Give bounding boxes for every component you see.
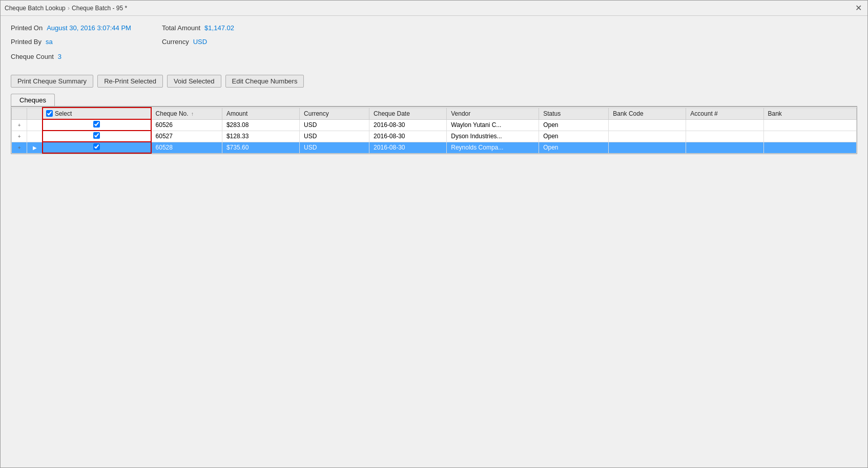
amount-col-header[interactable]: Amount	[222, 108, 299, 119]
status-col-header[interactable]: Status	[539, 108, 609, 119]
breadcrumb-separator: ›	[68, 4, 70, 12]
printed-on-row: Printed On August 30, 2016 3:07:44 PM	[11, 24, 131, 32]
cheques-table-container: Select Cheque No. ↑ Amount Currency Cheq…	[11, 107, 857, 154]
total-amount-value: $1,147.02	[204, 24, 234, 32]
print-cheque-summary-button[interactable]: Print Cheque Summary	[11, 75, 93, 88]
cheques-table: Select Cheque No. ↑ Amount Currency Cheq…	[11, 107, 857, 154]
chequedate-cell: 2016-08-30	[369, 131, 447, 142]
accounthash-cell	[686, 131, 763, 142]
content-area: Printed On August 30, 2016 3:07:44 PM Pr…	[1, 16, 867, 162]
printed-on-value: August 30, 2016 3:07:44 PM	[47, 24, 131, 32]
select-all-checkbox[interactable]	[46, 110, 53, 117]
left-info-col: Printed On August 30, 2016 3:07:44 PM Pr…	[11, 24, 131, 63]
close-button[interactable]: ✕	[853, 3, 863, 13]
vendor-col-header[interactable]: Vendor	[447, 108, 539, 119]
total-amount-label: Total Amount	[162, 24, 200, 32]
info-columns: Printed On August 30, 2016 3:07:44 PM Pr…	[11, 24, 857, 63]
printed-by-label: Printed By	[11, 38, 42, 46]
expand-cell[interactable]: +	[12, 142, 27, 153]
chequedate-cell: 2016-08-30	[369, 119, 447, 131]
vendor-cell: Reynolds Compa...	[447, 142, 539, 153]
table-row[interactable]: +60526$283.08USD2016-08-30Waylon Yutani …	[12, 119, 857, 131]
chequeno-cell: 60527	[151, 131, 222, 142]
cheque-count-value: 3	[58, 53, 61, 60]
row-arrow-cell	[27, 119, 43, 131]
chequedate-col-header[interactable]: Cheque Date	[369, 108, 447, 119]
accounthash-col-header[interactable]: Account #	[686, 108, 763, 119]
bank-col-header[interactable]: Bank	[763, 108, 857, 119]
title-current: Cheque Batch - 95 *	[72, 5, 127, 12]
row-checkbox-cell[interactable]	[43, 131, 151, 142]
row-checkbox-cell[interactable]	[43, 142, 151, 153]
arrow-col-header	[27, 108, 43, 119]
chequeno-cell: 60528	[151, 142, 222, 153]
row-checkbox-cell[interactable]	[43, 119, 151, 131]
tab-bar: Cheques	[11, 94, 857, 107]
chequeno-cell: 60526	[151, 119, 222, 131]
bank-cell	[763, 131, 857, 142]
select-col-header: Select	[43, 108, 151, 119]
amount-cell: $128.33	[222, 131, 299, 142]
void-selected-button[interactable]: Void Selected	[167, 75, 221, 88]
currency-cell: USD	[300, 142, 369, 153]
cheque-count-label: Cheque Count	[11, 53, 54, 60]
bankcode-cell	[609, 142, 686, 153]
bank-cell	[763, 142, 857, 153]
amount-cell: $735.60	[222, 142, 299, 153]
table-header-row: Select Cheque No. ↑ Amount Currency Cheq…	[12, 108, 857, 119]
row-checkbox[interactable]	[93, 121, 100, 127]
currency-label: Currency	[162, 38, 189, 46]
total-amount-row: Total Amount $1,147.02	[162, 24, 234, 32]
action-buttons: Print Cheque Summary Re-Print Selected V…	[11, 75, 857, 88]
row-checkbox[interactable]	[93, 132, 100, 139]
bank-cell	[763, 119, 857, 131]
vendor-cell: Waylon Yutani C...	[447, 119, 539, 131]
bankcode-col-header[interactable]: Bank Code	[609, 108, 686, 119]
printed-by-row: Printed By sa	[11, 38, 131, 46]
vendor-cell: Dyson Industries...	[447, 131, 539, 142]
cheque-count-row: Cheque Count 3	[11, 53, 131, 60]
currency-row: Currency USD	[162, 38, 234, 46]
currency-value: USD	[193, 38, 207, 46]
printed-by-value: sa	[46, 38, 53, 46]
row-arrow-cell: ▶	[27, 142, 43, 153]
table-row[interactable]: +60527$128.33USD2016-08-30Dyson Industri…	[12, 131, 857, 142]
accounthash-cell	[686, 142, 763, 153]
right-info-col: Total Amount $1,147.02 Currency USD	[162, 24, 234, 63]
reprint-selected-button[interactable]: Re-Print Selected	[97, 75, 163, 88]
row-checkbox[interactable]	[93, 143, 100, 150]
status-cell: Open	[539, 131, 609, 142]
sort-icon: ↑	[191, 111, 194, 117]
header-info: Printed On August 30, 2016 3:07:44 PM Pr…	[11, 24, 857, 67]
status-cell: Open	[539, 119, 609, 131]
currency-col-header[interactable]: Currency	[300, 108, 369, 119]
tab-cheques[interactable]: Cheques	[11, 94, 55, 106]
amount-cell: $283.08	[222, 119, 299, 131]
title-bar: Cheque Batch Lookup › Cheque Batch - 95 …	[1, 1, 867, 16]
row-arrow-cell	[27, 131, 43, 142]
main-window: Cheque Batch Lookup › Cheque Batch - 95 …	[0, 0, 868, 468]
table-row[interactable]: +▶60528$735.60USD2016-08-30Reynolds Comp…	[12, 142, 857, 153]
edit-cheque-numbers-button[interactable]: Edit Cheque Numbers	[225, 75, 304, 88]
chequeno-col-header[interactable]: Cheque No. ↑	[151, 108, 222, 119]
bankcode-cell	[609, 131, 686, 142]
expand-cell[interactable]: +	[12, 131, 27, 142]
select-col-label: Select	[55, 110, 72, 117]
chequedate-cell: 2016-08-30	[369, 142, 447, 153]
accounthash-cell	[686, 119, 763, 131]
expand-col-header	[12, 108, 27, 119]
currency-cell: USD	[300, 119, 369, 131]
breadcrumb-link[interactable]: Cheque Batch Lookup	[5, 5, 66, 12]
currency-cell: USD	[300, 131, 369, 142]
printed-on-label: Printed On	[11, 24, 43, 32]
bankcode-cell	[609, 119, 686, 131]
status-cell: Open	[539, 142, 609, 153]
expand-cell[interactable]: +	[12, 119, 27, 131]
